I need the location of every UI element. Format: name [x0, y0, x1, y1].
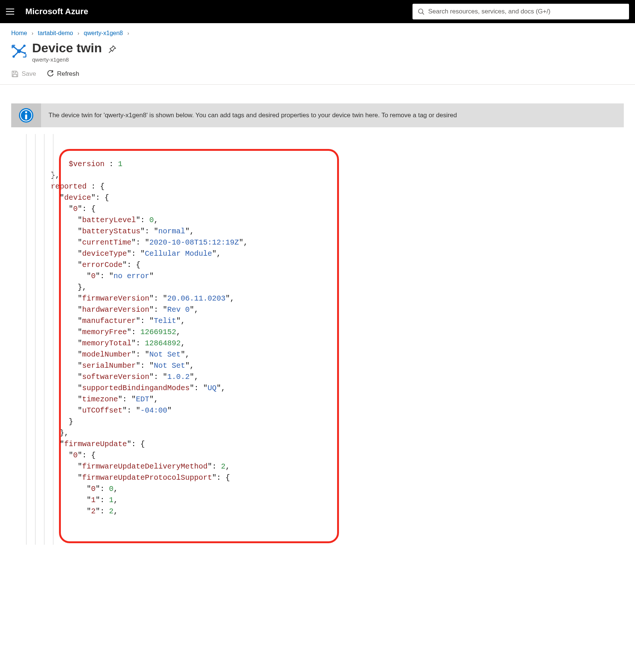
search-icon [418, 8, 424, 15]
hamburger-menu-icon[interactable] [6, 6, 16, 17]
chevron-right-icon: › [78, 30, 80, 36]
svg-point-7 [12, 55, 15, 57]
save-icon [11, 70, 19, 78]
page-subtitle: qwerty-x1gen8 [32, 56, 116, 63]
svg-line-1 [422, 13, 424, 15]
topbar: Microsoft Azure [0, 0, 635, 23]
svg-point-14 [25, 111, 27, 113]
svg-rect-11 [13, 75, 17, 77]
breadcrumb-iothub[interactable]: tartabit-demo [38, 30, 73, 37]
save-button[interactable]: Save [11, 70, 36, 78]
search-input[interactable] [428, 8, 624, 15]
refresh-label: Refresh [57, 70, 80, 78]
pin-icon [108, 45, 116, 53]
breadcrumb-device[interactable]: qwerty-x1gen8 [84, 30, 123, 37]
svg-rect-15 [25, 115, 27, 120]
command-bar: Save Refresh [0, 68, 635, 85]
iot-hub-icon [11, 43, 27, 59]
global-search[interactable] [413, 4, 629, 19]
pin-button[interactable] [108, 45, 116, 55]
svg-point-9 [13, 46, 15, 48]
svg-point-10 [24, 52, 26, 54]
chevron-right-icon: › [127, 30, 129, 36]
svg-point-0 [418, 9, 423, 13]
json-code[interactable]: $version : 1 }, reported : { "device": {… [11, 134, 624, 545]
info-banner: The device twin for 'qwerty-x1gen8' is s… [11, 103, 624, 127]
svg-line-5 [14, 47, 19, 51]
json-editor[interactable]: $version : 1 }, reported : { "device": {… [11, 134, 624, 545]
page-header: Device twin qwerty-x1gen8 [0, 40, 635, 68]
info-icon [18, 107, 34, 124]
brand-label: Microsoft Azure [25, 7, 88, 16]
refresh-button[interactable]: Refresh [47, 70, 80, 78]
page-title: Device twin [32, 41, 102, 55]
info-icon-box [11, 103, 41, 127]
breadcrumb: Home › tartabit-demo › qwerty-x1gen8 › [0, 23, 635, 40]
breadcrumb-home[interactable]: Home [11, 30, 27, 37]
svg-point-8 [23, 44, 25, 47]
info-text: The device twin for 'qwerty-x1gen8' is s… [41, 103, 464, 127]
refresh-icon [47, 70, 54, 78]
chevron-right-icon: › [32, 30, 34, 36]
save-label: Save [22, 70, 36, 78]
